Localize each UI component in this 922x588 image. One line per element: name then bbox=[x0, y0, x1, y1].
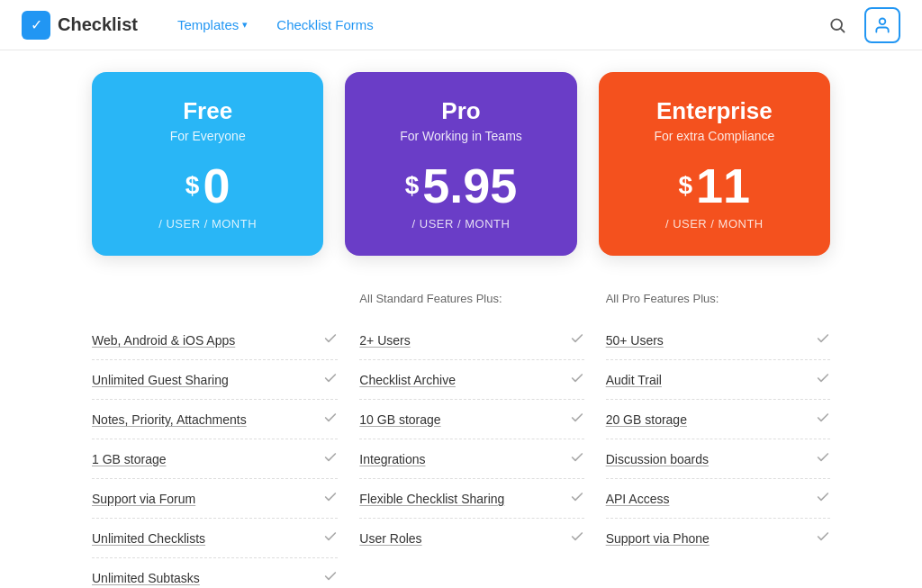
plan-pro-period: / USER / MONTH bbox=[363, 217, 558, 231]
checkmark-icon bbox=[816, 490, 830, 508]
logo[interactable]: ✓ Checklist bbox=[22, 11, 138, 40]
feature-row: 2+ Users bbox=[359, 321, 583, 360]
search-button[interactable] bbox=[821, 9, 854, 41]
feature-row: Unlimited Guest Sharing bbox=[92, 360, 338, 400]
feature-row: Flexible Checklist Sharing bbox=[359, 479, 583, 519]
plan-free-amount: 0 bbox=[203, 161, 230, 210]
feature-row: 50+ Users bbox=[606, 321, 830, 360]
feature-label: Checklist Archive bbox=[359, 373, 456, 387]
user-button[interactable] bbox=[864, 7, 900, 43]
checkmark-icon bbox=[323, 371, 338, 389]
feature-label: Integrations bbox=[359, 452, 425, 466]
plan-enterprise-subtitle: For extra Compliance bbox=[617, 129, 812, 143]
feature-label: 20 GB storage bbox=[606, 412, 687, 427]
checkmark-icon bbox=[323, 450, 338, 468]
feature-row: User Roles bbox=[359, 519, 583, 558]
nav-checklist-forms[interactable]: Checklist Forms bbox=[266, 10, 384, 40]
feature-row: Support via Phone bbox=[606, 519, 830, 558]
checkmark-icon bbox=[323, 331, 338, 349]
checkmark-icon bbox=[816, 450, 830, 468]
plan-free-dollar: $ bbox=[185, 171, 200, 200]
feature-label: API Access bbox=[606, 492, 670, 506]
feature-col-0: Web, Android & iOS AppsUnlimited Guest S… bbox=[92, 285, 338, 588]
feature-row: 1 GB storage bbox=[92, 439, 338, 479]
feature-label: Audit Trail bbox=[606, 373, 662, 387]
feature-label: Flexible Checklist Sharing bbox=[359, 492, 504, 506]
feature-col-header-1: All Standard Features Plus: bbox=[359, 285, 583, 321]
feature-col-1: All Standard Features Plus:2+ UsersCheck… bbox=[338, 285, 583, 588]
feature-row: Unlimited Subtasks bbox=[92, 558, 338, 588]
feature-label: Unlimited Subtasks bbox=[92, 571, 200, 585]
feature-row: Checklist Archive bbox=[359, 360, 583, 400]
checkmark-icon bbox=[570, 450, 584, 468]
plan-free-price: $ 0 bbox=[110, 161, 305, 210]
feature-row: Discussion boards bbox=[606, 439, 830, 479]
feature-label: Notes, Priority, Attachments bbox=[92, 412, 247, 427]
feature-label: Support via Forum bbox=[92, 492, 195, 506]
checkmark-icon bbox=[570, 411, 584, 429]
feature-label: User Roles bbox=[359, 531, 421, 546]
plan-free-subtitle: For Everyone bbox=[110, 129, 305, 143]
feature-label: 2+ Users bbox=[359, 333, 410, 348]
checkmark-icon bbox=[816, 331, 830, 349]
feature-label: 1 GB storage bbox=[92, 452, 167, 466]
plan-enterprise-dollar: $ bbox=[679, 171, 693, 200]
feature-row: 10 GB storage bbox=[359, 400, 583, 439]
logo-text: Checklist bbox=[58, 14, 138, 35]
plan-enterprise-period: / USER / MONTH bbox=[617, 217, 812, 231]
checkmark-icon bbox=[570, 529, 584, 547]
feature-row: API Access bbox=[606, 479, 830, 519]
nav-checklist-forms-label: Checklist Forms bbox=[276, 17, 374, 32]
chevron-down-icon: ▾ bbox=[242, 19, 248, 31]
checkmark-icon bbox=[570, 490, 584, 508]
logo-icon: ✓ bbox=[22, 11, 50, 40]
plan-enterprise-price: $ 11 bbox=[617, 161, 812, 210]
feature-row: Audit Trail bbox=[606, 360, 830, 400]
features-grid: Web, Android & iOS AppsUnlimited Guest S… bbox=[92, 285, 830, 588]
nav-templates-label: Templates bbox=[177, 17, 239, 32]
plan-enterprise-name: Enterprise bbox=[617, 97, 812, 125]
feature-label: Support via Phone bbox=[606, 531, 710, 546]
feature-label: 10 GB storage bbox=[359, 412, 440, 427]
search-icon bbox=[828, 16, 846, 34]
plan-free: Free For Everyone $ 0 / USER / MONTH bbox=[92, 72, 323, 256]
feature-label: 50+ Users bbox=[606, 333, 664, 348]
plan-pro-amount: 5.95 bbox=[422, 161, 517, 210]
svg-point-2 bbox=[880, 18, 886, 24]
checkmark-icon bbox=[323, 411, 338, 429]
plan-pro-dollar: $ bbox=[405, 171, 420, 200]
nav-links: Templates ▾ Checklist Forms bbox=[167, 10, 494, 40]
checkmark-icon bbox=[570, 331, 584, 349]
checkmark-icon bbox=[323, 529, 338, 547]
feature-row: Support via Forum bbox=[92, 479, 338, 519]
feature-row: Integrations bbox=[359, 439, 583, 479]
feature-row: Unlimited Checklists bbox=[92, 519, 338, 558]
plan-enterprise: Enterprise For extra Compliance $ 11 / U… bbox=[599, 72, 830, 256]
checkmark-icon bbox=[323, 490, 338, 508]
checkmark-icon bbox=[816, 529, 830, 547]
feature-col-header-0 bbox=[92, 285, 338, 321]
feature-label: Discussion boards bbox=[606, 452, 709, 466]
plan-pro-name: Pro bbox=[363, 97, 558, 125]
checkmark-icon bbox=[816, 411, 830, 429]
feature-row: Web, Android & iOS Apps bbox=[92, 321, 338, 360]
feature-col-2: All Pro Features Plus:50+ UsersAudit Tra… bbox=[584, 285, 830, 588]
checkmark-icon bbox=[323, 569, 338, 587]
feature-col-header-2: All Pro Features Plus: bbox=[606, 285, 830, 321]
navigation: ✓ Checklist Templates ▾ Checklist Forms bbox=[0, 0, 922, 50]
checkmark-icon bbox=[570, 371, 584, 389]
pricing-grid: Free For Everyone $ 0 / USER / MONTH Pro… bbox=[92, 72, 830, 256]
feature-row: Notes, Priority, Attachments bbox=[92, 400, 338, 439]
plan-pro-price: $ 5.95 bbox=[363, 161, 558, 210]
user-icon bbox=[873, 16, 891, 34]
plan-free-name: Free bbox=[110, 97, 305, 125]
main-content: Free For Everyone $ 0 / USER / MONTH Pro… bbox=[56, 50, 866, 588]
feature-row: 20 GB storage bbox=[606, 400, 830, 439]
plan-pro: Pro For Working in Teams $ 5.95 / USER /… bbox=[345, 72, 576, 256]
plan-pro-subtitle: For Working in Teams bbox=[363, 129, 558, 143]
plan-free-period: / USER / MONTH bbox=[110, 217, 305, 231]
checkmark-icon bbox=[816, 371, 830, 389]
feature-label: Unlimited Checklists bbox=[92, 531, 205, 546]
nav-templates[interactable]: Templates ▾ bbox=[167, 10, 258, 40]
svg-line-1 bbox=[841, 28, 845, 32]
